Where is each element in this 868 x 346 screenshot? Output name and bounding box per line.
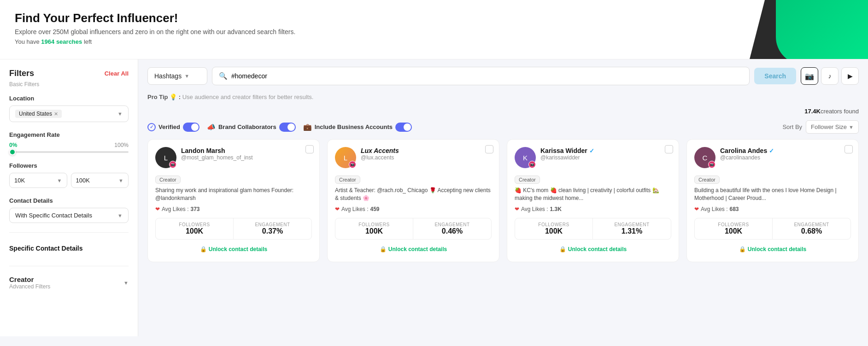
searches-left: You have 1964 searches left	[15, 38, 337, 45]
card-checkbox-3[interactable]	[665, 145, 673, 153]
search-bar-row: Hashtags ▼ 🔍 Search 📷 ♪ ▶	[147, 67, 859, 85]
header-subtitle: Explore over 250M global influencers and…	[15, 28, 337, 35]
sort-row: Sort By Follower Size ▼	[782, 120, 859, 134]
sidebar-title: Filters	[9, 69, 34, 78]
sort-select[interactable]: Follower Size ▼	[806, 120, 859, 134]
search-input[interactable]	[231, 72, 743, 80]
avatar-wrap-2: L 📷	[335, 147, 356, 168]
engagement-value-2: 0.46%	[418, 227, 487, 235]
searches-link[interactable]: 1964 searches	[41, 38, 82, 45]
specific-contact-section: Specific Contact Details	[9, 240, 129, 258]
card-carolina-andes[interactable]: C 📷 Carolina Andes ✓ @carolinaandes Crea…	[686, 139, 859, 262]
unlock-btn-4[interactable]: 🔒 Unlock contact details	[694, 244, 851, 254]
sidebar: Filters Clear All Basic Filters Location…	[0, 59, 138, 336]
location-tag-remove[interactable]: ✕	[54, 111, 58, 117]
card-checkbox-2[interactable]	[485, 145, 493, 153]
creator-chevron-icon: ▼	[123, 280, 129, 286]
contact-select[interactable]: With Specific Contact Details ▼	[9, 208, 129, 223]
engagement-filter: Engagement Rate 0% 100%	[9, 131, 129, 153]
search-type-select[interactable]: Hashtags ▼	[147, 67, 207, 85]
briefcase-icon: 💼	[303, 123, 312, 131]
creator-title: Creator	[9, 276, 50, 283]
avatar-wrap-3: K 📷	[515, 147, 536, 168]
card-landon-marsh[interactable]: L 📷 Landon Marsh @most_glam_homes_of_ins…	[147, 139, 320, 262]
card-bio-4: Building a beautiful life with the ones …	[694, 187, 851, 202]
avg-likes-num-3: 1.3K	[550, 206, 561, 212]
followers-max-select[interactable]: 100K ▼	[71, 173, 129, 188]
card-stats-2: FOLLOWERS 100K ENGAGEMENT 0.46%	[335, 218, 492, 240]
sort-label: Sort By	[782, 123, 802, 130]
results-row: 17.4K creators found	[147, 108, 859, 115]
page-title: Find Your Perfect Influencer!	[15, 11, 337, 25]
card-bio-2: Artist & Teacher: @rach.rob_ Chicago 🌹 A…	[335, 187, 492, 202]
verified-switch[interactable]	[183, 123, 199, 132]
pro-tip-label: Pro Tip 💡 :	[147, 94, 181, 100]
lock-icon-1: 🔒	[200, 246, 207, 252]
tiktok-icon: ♪	[828, 72, 832, 80]
include-business-toggle[interactable]: 💼 Include Business Accounts	[303, 123, 412, 132]
followers-value-1: 100K	[160, 227, 229, 235]
unlock-btn-2[interactable]: 🔒 Unlock contact details	[335, 244, 492, 254]
unlock-btn-3[interactable]: 🔒 Unlock contact details	[515, 244, 671, 254]
card-info-3: Karissa Widder ✓ @karissawidder	[540, 147, 671, 161]
card-info-4: Carolina Andes ✓ @carolinaandes	[720, 147, 851, 161]
platform-badge-1: 📷	[169, 161, 176, 168]
engagement-value-4: 0.68%	[777, 227, 846, 235]
filter-toggles-row: ✓ Verified 📣 Brand Collaborators	[147, 120, 859, 134]
brand-collaborators-toggle[interactable]: 📣 Brand Collaborators	[207, 123, 296, 132]
engagement-label: Engagement Rate	[9, 131, 129, 138]
location-label: Location	[9, 95, 129, 102]
basic-filters-label: Basic Filters	[9, 81, 129, 88]
include-business-switch[interactable]	[395, 123, 412, 132]
verified-icon-3: ✓	[589, 147, 594, 154]
card-info-2: Lux Accents @lux.accents	[361, 147, 492, 161]
unlock-btn-1[interactable]: 🔒 Unlock contact details	[155, 244, 312, 254]
platform-badge-3: 📷	[528, 161, 536, 168]
followers-min-select[interactable]: 10K ▼	[9, 173, 67, 188]
card-lux-accents[interactable]: L 📷 Lux Accents @lux.accents Creator Art…	[327, 139, 499, 262]
platform-badge-2: 📷	[349, 161, 356, 168]
engagement-min: 0%	[9, 142, 17, 148]
followers-cell-4: FOLLOWERS 100K	[695, 218, 773, 239]
creator-badge-4: Creator	[694, 176, 720, 184]
search-icon: 🔍	[219, 72, 228, 80]
lock-icon-4: 🔒	[739, 246, 746, 252]
card-info-1: Landon Marsh @most_glam_homes_of_inst	[181, 147, 312, 161]
heart-icon-1: ❤	[155, 206, 160, 212]
engagement-slider[interactable]	[9, 151, 129, 153]
card-checkbox-1[interactable]	[305, 145, 314, 153]
heart-icon-2: ❤	[335, 206, 340, 212]
card-name-3: Karissa Widder ✓	[540, 147, 671, 154]
card-checkbox-4[interactable]	[845, 145, 853, 153]
platform-tiktok[interactable]: ♪	[821, 67, 839, 85]
platform-instagram[interactable]: 📷	[801, 67, 818, 85]
search-type-label: Hashtags	[154, 72, 182, 80]
platform-youtube[interactable]: ▶	[841, 67, 859, 85]
card-karissa-widder[interactable]: K 📷 Karissa Widder ✓ @karissawidder Crea…	[507, 139, 679, 262]
sort-chevron: ▼	[849, 124, 854, 130]
search-type-chevron: ▼	[184, 73, 189, 79]
engagement-thumb[interactable]	[9, 149, 16, 155]
header: Find Your Perfect Influencer! Explore ov…	[0, 0, 868, 59]
creator-badge-3: Creator	[515, 176, 540, 184]
main-content: Hashtags ▼ 🔍 Search 📷 ♪ ▶	[138, 59, 868, 336]
creator-badge-2: Creator	[335, 176, 360, 184]
followers-max-chevron: ▼	[118, 178, 123, 183]
lock-icon-2: 🔒	[380, 246, 387, 252]
search-button[interactable]: Search	[754, 68, 796, 84]
contact-chevron: ▼	[117, 213, 123, 218]
followers-value-2: 100K	[340, 227, 408, 235]
sidebar-divider	[9, 232, 129, 233]
card-bio-3: 🍓 KC's mom 🍓 clean living | creativity |…	[515, 187, 671, 202]
location-select[interactable]: United States ✕ ▼	[9, 106, 129, 122]
sidebar-divider-2	[9, 266, 129, 266]
verified-toggle[interactable]: ✓ Verified	[147, 123, 199, 132]
card-name-2: Lux Accents	[361, 147, 492, 154]
contact-label: Contact Details	[9, 197, 129, 204]
brand-collaborators-switch[interactable]	[279, 123, 296, 132]
card-bio-1: Sharing my work and inspirational glam h…	[155, 187, 312, 202]
creator-advanced-section[interactable]: Creator Advanced Filters ▼	[9, 274, 129, 292]
engagement-cell-3: ENGAGEMENT 1.31%	[593, 218, 671, 239]
clear-all-button[interactable]: Clear All	[105, 70, 129, 77]
verified-icon-4: ✓	[769, 147, 774, 154]
